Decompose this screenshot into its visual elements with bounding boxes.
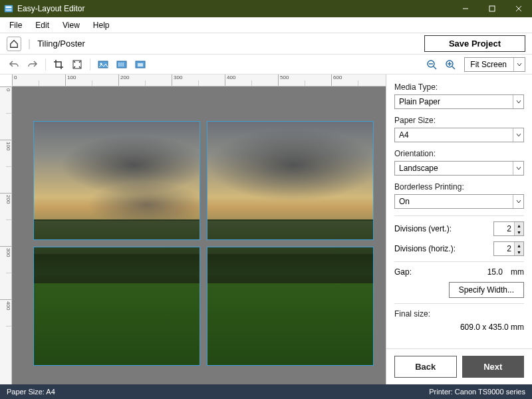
paper-size-select[interactable]: A4 (394, 128, 524, 142)
divisions-vert-spinner[interactable]: 2 ▲▼ (493, 221, 524, 236)
window-title: Easy-Layout Editor (17, 4, 452, 13)
chevron-down-icon (513, 195, 523, 208)
final-size-label: Final size: (394, 309, 524, 319)
save-project-button[interactable]: Save Project (424, 35, 525, 52)
media-type-label: Media Type: (394, 82, 524, 92)
svg-rect-0 (5, 5, 13, 13)
redo-button[interactable] (25, 57, 40, 72)
app-icon (4, 4, 13, 13)
ruler-horizontal: 0100200300400500600 (12, 74, 386, 86)
status-paper-size: Paper Size: A4 (7, 388, 55, 396)
zoom-value: Fit Screen (465, 58, 514, 71)
next-button[interactable]: Next (462, 356, 525, 378)
gap-label: Gap: (394, 267, 487, 277)
tile-grid (33, 121, 374, 366)
media-type-select[interactable]: Plain Paper (394, 94, 524, 109)
svg-line-14 (434, 66, 436, 69)
svg-rect-12 (138, 63, 143, 66)
zoom-in-button[interactable] (443, 57, 458, 72)
toolbar: Fit Screen (0, 55, 532, 74)
zoom-out-button[interactable] (424, 57, 439, 72)
back-button[interactable]: Back (394, 356, 457, 378)
fit-button[interactable] (70, 57, 84, 72)
divisions-horiz-label: Divisions (horiz.): (394, 244, 493, 253)
paper-size-label: Paper Size: (394, 116, 524, 125)
menu-view[interactable]: View (56, 19, 86, 31)
chevron-down-icon (513, 162, 523, 175)
breadcrumb-current: Tiling/Poster (37, 39, 85, 49)
spinner-down-icon[interactable]: ▼ (515, 229, 523, 235)
orientation-label: Orientation: (394, 149, 524, 158)
gap-unit: mm (511, 267, 524, 277)
final-size-value: 609.0 x 435.0 mm (394, 323, 524, 332)
tile-top-left[interactable] (33, 121, 200, 240)
image-tool-1-button[interactable] (96, 57, 110, 72)
divisions-horiz-spinner[interactable]: 2 ▲▼ (493, 241, 524, 256)
menu-edit[interactable]: Edit (29, 19, 56, 31)
menu-help[interactable]: Help (86, 19, 116, 31)
divisions-vert-label: Divisions (vert.): (394, 224, 493, 233)
image-tool-2-button[interactable] (114, 57, 129, 72)
svg-rect-1 (6, 7, 12, 9)
zoom-select[interactable]: Fit Screen (464, 57, 525, 72)
chevron-down-icon (514, 58, 525, 71)
spinner-up-icon[interactable]: ▲ (515, 242, 523, 249)
svg-rect-10 (117, 61, 126, 68)
home-button[interactable] (7, 37, 21, 51)
image-tool-3-button[interactable] (133, 57, 148, 72)
titlebar: Easy-Layout Editor (0, 0, 532, 17)
spinner-up-icon[interactable]: ▲ (515, 222, 523, 229)
crop-button[interactable] (51, 57, 66, 72)
canvas[interactable] (12, 86, 386, 384)
maximize-button[interactable] (479, 0, 505, 17)
borderless-select[interactable]: On (394, 194, 524, 209)
svg-rect-4 (489, 6, 495, 11)
tile-bottom-right[interactable] (207, 247, 374, 366)
breadcrumb-separator: | (28, 38, 31, 50)
status-printer: Printer: Canon TS9000 series (429, 388, 525, 396)
close-button[interactable] (505, 0, 532, 17)
menubar: File Edit View Help (0, 17, 532, 33)
chevron-down-icon (513, 95, 523, 108)
borderless-label: Borderless Printing: (394, 182, 524, 192)
canvas-area: 0100200300400500600 0100200300400 (0, 74, 386, 384)
minimize-button[interactable] (452, 0, 479, 17)
undo-button[interactable] (7, 57, 21, 72)
menu-file[interactable]: File (3, 19, 29, 31)
svg-line-17 (452, 66, 455, 69)
gap-value: 15.0 (487, 267, 503, 277)
chevron-down-icon (513, 128, 523, 142)
statusbar: Paper Size: A4 Printer: Canon TS9000 ser… (0, 384, 532, 399)
sidebar: Media Type: Plain Paper Paper Size: A4 O… (386, 74, 532, 384)
breadcrumb-bar: | Tiling/Poster Save Project (0, 33, 532, 55)
orientation-select[interactable]: Landscape (394, 161, 524, 176)
specify-width-button[interactable]: Specify Width... (449, 282, 524, 298)
svg-rect-2 (6, 9, 12, 11)
tile-bottom-left[interactable] (33, 247, 200, 366)
ruler-vertical: 0100200300400 (0, 86, 12, 384)
spinner-down-icon[interactable]: ▼ (515, 249, 523, 255)
tile-top-right[interactable] (207, 121, 374, 240)
